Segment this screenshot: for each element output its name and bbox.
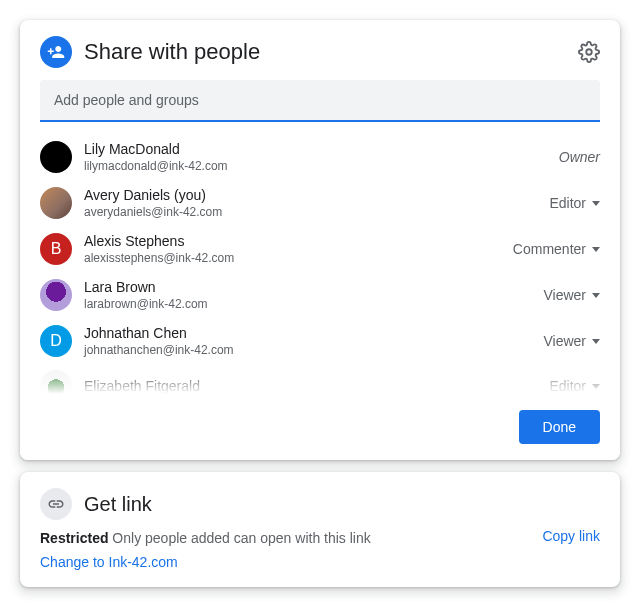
chevron-down-icon bbox=[592, 384, 600, 389]
person-text: Avery Daniels (you)averydaniels@ink-42.c… bbox=[84, 186, 549, 220]
get-link-title: Get link bbox=[84, 493, 152, 516]
role-text: Viewer bbox=[543, 333, 586, 349]
add-people-row bbox=[20, 80, 620, 126]
person-email: alexisstephens@ink-42.com bbox=[84, 250, 513, 266]
person-row: Avery Daniels (you)averydaniels@ink-42.c… bbox=[20, 180, 620, 226]
person-text: Johnathan Chenjohnathanchen@ink-42.com bbox=[84, 324, 543, 358]
get-link-card: Get link Restricted Only people added ca… bbox=[20, 472, 620, 587]
person-row: DJohnathan Chenjohnathanchen@ink-42.comV… bbox=[20, 318, 620, 364]
chevron-down-icon bbox=[592, 293, 600, 298]
avatar: D bbox=[40, 325, 72, 357]
avatar bbox=[40, 370, 72, 394]
chevron-down-icon bbox=[592, 339, 600, 344]
restriction-block: Restricted Only people added can open wi… bbox=[40, 528, 371, 571]
role-text: Editor bbox=[549, 195, 586, 211]
person-email: lilymacdonald@ink-42.com bbox=[84, 158, 559, 174]
person-text: Lara Brownlarabrown@ink-42.com bbox=[84, 278, 543, 312]
role-text: Owner bbox=[559, 149, 600, 165]
person-name: Johnathan Chen bbox=[84, 324, 543, 342]
role-label: Owner bbox=[559, 149, 600, 165]
role-dropdown[interactable]: Commenter bbox=[513, 241, 600, 257]
role-text: Commenter bbox=[513, 241, 586, 257]
get-link-header: Get link bbox=[20, 472, 620, 528]
chevron-down-icon bbox=[592, 247, 600, 252]
role-dropdown[interactable]: Viewer bbox=[543, 287, 600, 303]
person-text: Alexis Stephensalexisstephens@ink-42.com bbox=[84, 232, 513, 266]
avatar bbox=[40, 141, 72, 173]
change-access-link[interactable]: Change to Ink-42.com bbox=[40, 554, 178, 570]
person-row: BAlexis Stephensalexisstephens@ink-42.co… bbox=[20, 226, 620, 272]
settings-button[interactable] bbox=[578, 41, 600, 63]
restricted-label: Restricted bbox=[40, 530, 108, 546]
role-dropdown[interactable]: Viewer bbox=[543, 333, 600, 349]
role-dropdown[interactable]: Editor bbox=[549, 195, 600, 211]
share-header: Share with people bbox=[20, 20, 620, 80]
share-title: Share with people bbox=[84, 39, 578, 65]
share-dialog: Share with people Lily MacDonaldlilymacd… bbox=[20, 20, 620, 460]
avatar: B bbox=[40, 233, 72, 265]
role-text: Editor bbox=[549, 378, 586, 394]
restriction-line: Restricted Only people added can open wi… bbox=[40, 528, 371, 548]
copy-link-button[interactable]: Copy link bbox=[542, 528, 600, 544]
svg-point-0 bbox=[586, 49, 592, 55]
person-text: Elizabeth Fitgerald bbox=[84, 377, 549, 394]
person-row: Lara Brownlarabrown@ink-42.comViewer bbox=[20, 272, 620, 318]
done-button[interactable]: Done bbox=[519, 410, 600, 444]
person-add-icon bbox=[40, 36, 72, 68]
restricted-desc: Only people added can open with this lin… bbox=[112, 530, 370, 546]
person-name: Lara Brown bbox=[84, 278, 543, 296]
role-text: Viewer bbox=[543, 287, 586, 303]
person-name: Elizabeth Fitgerald bbox=[84, 377, 549, 394]
person-name: Avery Daniels (you) bbox=[84, 186, 549, 204]
get-link-body: Restricted Only people added can open wi… bbox=[20, 528, 620, 587]
person-email: johnathanchen@ink-42.com bbox=[84, 342, 543, 358]
add-people-input[interactable] bbox=[40, 80, 600, 122]
people-list: Lily MacDonaldlilymacdonald@ink-42.comOw… bbox=[20, 126, 620, 394]
person-row: Lily MacDonaldlilymacdonald@ink-42.comOw… bbox=[20, 134, 620, 180]
person-text: Lily MacDonaldlilymacdonald@ink-42.com bbox=[84, 140, 559, 174]
person-email: averydaniels@ink-42.com bbox=[84, 204, 549, 220]
share-footer: Done bbox=[20, 394, 620, 460]
link-icon bbox=[40, 488, 72, 520]
person-row: Elizabeth FitgeraldEditor bbox=[20, 364, 620, 394]
avatar bbox=[40, 187, 72, 219]
chevron-down-icon bbox=[592, 201, 600, 206]
person-name: Lily MacDonald bbox=[84, 140, 559, 158]
person-email: larabrown@ink-42.com bbox=[84, 296, 543, 312]
person-name: Alexis Stephens bbox=[84, 232, 513, 250]
avatar bbox=[40, 279, 72, 311]
role-dropdown[interactable]: Editor bbox=[549, 378, 600, 394]
